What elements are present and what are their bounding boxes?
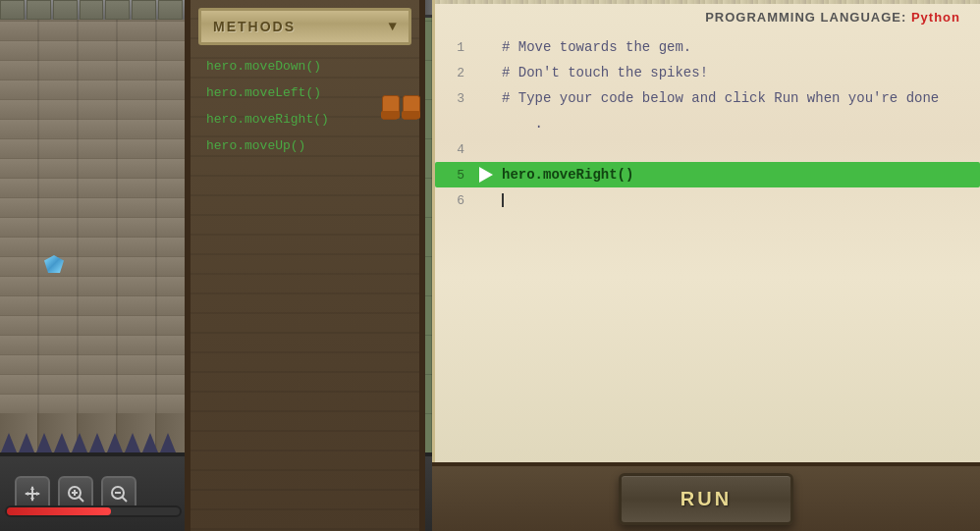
spikes (0, 433, 185, 452)
code-parchment: PROGRAMMING LANGUAGE: Python 1 # Move to… (432, 0, 980, 462)
methods-panel: METHODS ▼ hero.moveDown() hero.moveLeft(… (185, 0, 425, 531)
line-content-3b: . (498, 114, 980, 133)
code-line-3b: . (435, 111, 980, 136)
methods-title: METHODS (213, 19, 296, 34)
lang-python: Python (911, 10, 960, 25)
line-number-2: 2 (435, 66, 474, 80)
line-content-1: # Move towards the gem. (498, 37, 980, 57)
line-content-6 (498, 190, 980, 210)
line-content-4 (498, 147, 980, 151)
code-line-4: 4 (435, 136, 980, 162)
svg-marker-3 (30, 498, 34, 502)
health-bar-container (5, 505, 182, 517)
methods-dropdown-arrow[interactable]: ▼ (389, 19, 397, 34)
wall-top (0, 0, 185, 20)
line-number-5: 5 (435, 168, 474, 183)
cursor (502, 193, 504, 207)
gem (44, 255, 68, 275)
svg-marker-2 (30, 486, 34, 490)
line-content-3: # Type your code below and click Run whe… (498, 88, 980, 108)
run-area: RUN (432, 462, 980, 531)
line-number-1: 1 (435, 40, 474, 55)
svg-line-12 (123, 498, 128, 503)
methods-header: METHODS ▼ (198, 8, 411, 45)
code-line-1: 1 # Move towards the gem. (435, 34, 980, 60)
method-item-moveleft[interactable]: hero.moveLeft() (191, 80, 419, 106)
run-button[interactable]: RUN (619, 473, 793, 525)
code-line-5: 5 hero.moveRight() (435, 162, 980, 187)
line-content-2: # Don't touch the spikes! (498, 63, 980, 82)
code-line-2: 2 # Don't touch the spikes! (435, 60, 980, 85)
line-number-4: 4 (435, 142, 474, 157)
code-line-3: 3 # Type your code below and click Run w… (435, 85, 980, 111)
method-item-movedown[interactable]: hero.moveDown() (191, 53, 419, 80)
lang-header: PROGRAMMING LANGUAGE: Python (435, 0, 980, 29)
svg-line-9 (80, 498, 84, 503)
line-content-5: hero.moveRight() (498, 165, 980, 185)
svg-marker-5 (36, 492, 40, 496)
wall-body (0, 20, 185, 452)
code-line-6: 6 (435, 187, 980, 213)
svg-marker-4 (25, 492, 28, 496)
health-bar (7, 507, 111, 515)
method-item-moveup[interactable]: hero.moveUp() (191, 133, 419, 159)
line-number-3: 3 (435, 91, 474, 106)
line-number-6: 6 (435, 193, 474, 208)
code-editor[interactable]: 1 # Move towards the gem. 2 # Don't touc… (435, 29, 980, 218)
line-arrow-5 (474, 167, 498, 183)
lang-label: PROGRAMMING LANGUAGE: (705, 10, 906, 25)
method-item-moveright[interactable]: hero.moveRight() (191, 106, 419, 133)
